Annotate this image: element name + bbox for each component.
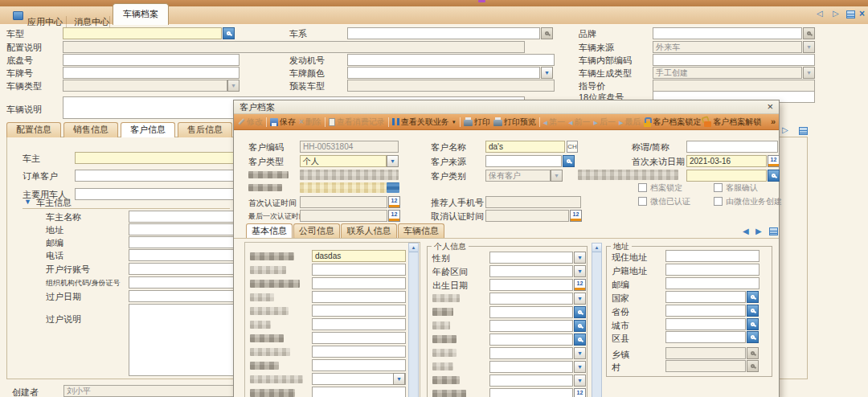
town-input[interactable] (665, 347, 746, 359)
cancel-auth-input[interactable] (485, 210, 569, 222)
left-field-5-input[interactable] (312, 305, 406, 317)
calendar-button[interactable]: 12 (570, 210, 582, 222)
district-input[interactable] (665, 331, 746, 343)
personal-field-6-search-button[interactable] (574, 320, 586, 332)
personal-field-6-input[interactable] (489, 320, 573, 332)
service-confirm-checkbox[interactable] (714, 183, 723, 192)
tab-scroll-right-icon[interactable]: ▷ (833, 9, 839, 18)
model-search-button[interactable] (223, 27, 235, 39)
creator-input[interactable]: 刘小平 (63, 385, 235, 397)
modal-tab-company-info[interactable]: 公司信息 (293, 223, 340, 238)
source-select[interactable]: 外来车 (653, 41, 802, 53)
subtab-scroll-right-icon[interactable]: ▷ (782, 125, 788, 135)
redacted-lookup-input[interactable] (686, 170, 767, 182)
tab-list-icon[interactable] (846, 10, 855, 18)
dialog-close-button[interactable] (767, 101, 773, 113)
calendar-button[interactable]: 12 (388, 210, 400, 222)
personal-field-10-select[interactable] (489, 374, 573, 387)
first-visit-input[interactable]: 2021-03-16 (686, 155, 767, 167)
subtab-sales-info[interactable]: 销售信息 (63, 122, 118, 137)
customer-name-input[interactable]: da's (485, 141, 565, 153)
calendar-button[interactable]: 12 (768, 155, 780, 167)
plate-color-select[interactable] (347, 67, 540, 79)
age-range-select[interactable] (489, 265, 573, 277)
age-range-dropdown-button[interactable] (574, 265, 586, 277)
customer-origin-input[interactable] (485, 155, 562, 167)
personal-field-4-select[interactable] (489, 293, 573, 305)
toolbar-overflow-icon[interactable] (771, 117, 776, 126)
customer-origin-search-button[interactable] (563, 155, 575, 167)
first-auth-input[interactable] (300, 196, 387, 208)
modal-tab-basic-info[interactable]: 基本信息 (246, 223, 293, 238)
calendar-button[interactable]: 12 (574, 388, 586, 397)
short-name-input[interactable] (686, 141, 778, 153)
tab-app-center[interactable]: 应用中心 (27, 16, 63, 28)
archive-lock-button[interactable]: 客户档案锁定 (644, 117, 701, 128)
subtab-menu-icon[interactable] (799, 127, 808, 135)
tab-scroll-left-icon[interactable]: ◁ (817, 9, 823, 18)
model-input[interactable] (63, 27, 222, 39)
personal-panel-scrollbar[interactable] (592, 243, 602, 397)
province-search-button[interactable] (747, 305, 759, 317)
personal-field-8-select[interactable] (489, 347, 573, 359)
left-field-10-select[interactable] (312, 373, 406, 385)
left-field-2-input[interactable] (312, 264, 406, 276)
plate-color-dropdown-button[interactable] (541, 67, 553, 79)
personal-field-5-search-button[interactable] (574, 306, 586, 318)
calendar-button[interactable]: 12 (388, 196, 400, 208)
gen-type-select[interactable]: 手工创建 (653, 67, 802, 79)
province-input[interactable] (665, 305, 746, 317)
modal-tab-contact-info[interactable]: 联系人信息 (341, 223, 397, 238)
subtab-aftersales-info[interactable]: 售后信息 (178, 122, 232, 137)
brand-input[interactable] (653, 27, 802, 39)
city-input[interactable] (665, 318, 746, 330)
city-search-button[interactable] (747, 318, 759, 330)
country-input[interactable] (665, 291, 746, 303)
personal-field-5-input[interactable] (489, 306, 573, 318)
chassis-no-input[interactable] (63, 54, 240, 66)
left-field-10-dropdown-button[interactable] (393, 373, 405, 385)
vehicle-type-select[interactable] (63, 80, 227, 92)
calendar-button[interactable]: 12 (574, 279, 586, 291)
district-search-button[interactable] (747, 331, 759, 343)
country-search-button[interactable] (747, 291, 759, 303)
subtab-config-info[interactable]: 配置信息 (6, 122, 61, 137)
guide-price-input[interactable] (653, 80, 815, 92)
personal-field-7-search-button[interactable] (574, 334, 586, 346)
left-field-8-input[interactable] (312, 346, 406, 358)
modal-tab-scroll-left-icon[interactable]: ◀ (743, 227, 749, 236)
plate-no-input[interactable] (63, 67, 240, 79)
modal-tab-scroll-right-icon[interactable]: ▶ (755, 227, 762, 236)
zip-input[interactable] (665, 277, 760, 289)
personal-field-9-dropdown-button[interactable] (574, 361, 586, 373)
village-input[interactable] (665, 360, 746, 372)
save-button[interactable]: 保存 (270, 117, 296, 128)
customer-category-select[interactable]: 保有客户 (485, 170, 551, 182)
left-field-9-input[interactable] (312, 359, 406, 371)
preinstall-model-input[interactable] (347, 80, 555, 92)
birth-date-input[interactable] (489, 279, 573, 291)
left-field-4-input[interactable] (312, 291, 406, 303)
left-field-3-input[interactable] (312, 277, 406, 289)
left-field-1-input[interactable]: dasdas (312, 250, 406, 262)
archive-lock-checkbox[interactable] (638, 183, 647, 192)
registered-address-input[interactable] (665, 264, 760, 276)
tab-close-icon[interactable] (859, 9, 865, 18)
last-auth-input[interactable] (300, 210, 387, 222)
view-related-button[interactable]: 查看关联业务▼ (392, 117, 457, 128)
redacted-lookup-search-button[interactable] (768, 170, 780, 182)
gender-select[interactable] (489, 252, 573, 264)
modal-tab-vehicle-info[interactable]: 车辆信息 (398, 223, 444, 238)
print-button[interactable]: 打印 (464, 117, 490, 128)
scroll-up-icon[interactable] (592, 244, 601, 252)
tab-vehicle-archive[interactable]: 车辆档案 (113, 3, 169, 25)
customer-code-input[interactable]: HH-00531804 (300, 141, 399, 153)
config-desc-input[interactable] (63, 41, 525, 53)
series-input[interactable] (347, 27, 540, 39)
subtab-customer-info[interactable]: 客户信息 (121, 122, 175, 137)
archive-unlock-button[interactable]: 客户档案解锁 (704, 117, 761, 128)
personal-field-8-dropdown-button[interactable] (574, 347, 586, 359)
customer-type-select[interactable]: 个人 (300, 155, 387, 167)
personal-field-11-input[interactable] (489, 388, 573, 397)
wechat-verified-checkbox[interactable] (638, 197, 647, 206)
